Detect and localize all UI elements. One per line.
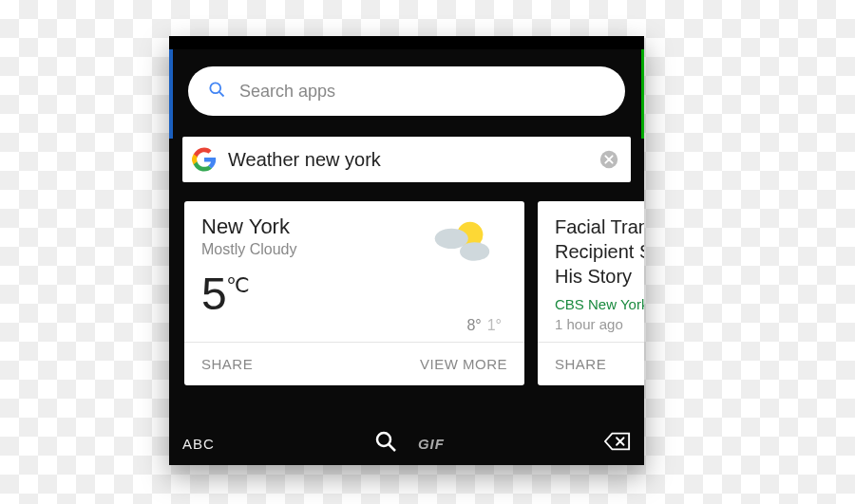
keyboard-toolbar: ABC GIF — [169, 421, 644, 465]
backspace-icon — [604, 431, 631, 452]
app-search-bar[interactable]: Search apps — [188, 66, 625, 116]
news-share-button[interactable]: SHARE — [538, 343, 644, 385]
weather-viewmore-button[interactable]: VIEW MORE — [354, 343, 524, 385]
news-card[interactable]: Facial Transplant Recipient Shares His S… — [538, 201, 644, 385]
google-logo-icon — [192, 147, 217, 172]
news-age: 1 hour ago — [555, 316, 644, 332]
clear-query-button[interactable] — [598, 149, 619, 170]
news-headline: Facial Transplant Recipient Shares His S… — [555, 215, 644, 289]
keyboard-search-button[interactable] — [374, 430, 397, 457]
svg-line-7 — [389, 444, 395, 451]
weather-low: 1° — [487, 317, 502, 333]
keyboard-abc-button[interactable]: ABC — [182, 436, 215, 452]
weather-high-low: 8°1° — [466, 317, 502, 334]
google-search-query: Weather new york — [228, 149, 598, 171]
results-carousel[interactable]: New York Mostly Cloudy 5℃ 8°1° SHAR — [169, 182, 644, 385]
svg-point-5 — [460, 242, 489, 261]
device-frame: Search apps Weather new york New York Mo… — [169, 36, 644, 465]
status-bar — [169, 36, 644, 49]
app-search-placeholder: Search apps — [239, 82, 335, 102]
mostly-cloudy-icon — [424, 215, 498, 270]
weather-card[interactable]: New York Mostly Cloudy 5℃ 8°1° SHAR — [184, 201, 524, 385]
edge-decoration-left — [169, 49, 173, 139]
weather-share-button[interactable]: SHARE — [184, 343, 354, 385]
search-icon — [207, 80, 226, 103]
news-source: CBS New York — [555, 296, 644, 312]
edge-decoration-right — [641, 49, 644, 139]
weather-high: 8° — [466, 317, 481, 333]
search-icon — [374, 430, 397, 453]
weather-temp-unit: ℃ — [226, 273, 249, 297]
svg-line-1 — [219, 92, 224, 97]
weather-temperature: 5℃ — [201, 268, 507, 320]
svg-point-0 — [210, 83, 220, 93]
clear-icon — [598, 149, 619, 170]
keyboard-gif-button[interactable]: GIF — [418, 436, 445, 452]
weather-temp-value: 5 — [201, 269, 226, 319]
svg-point-6 — [377, 433, 390, 446]
google-search-bar[interactable]: Weather new york — [182, 137, 631, 182]
keyboard-backspace-button[interactable] — [604, 431, 631, 456]
